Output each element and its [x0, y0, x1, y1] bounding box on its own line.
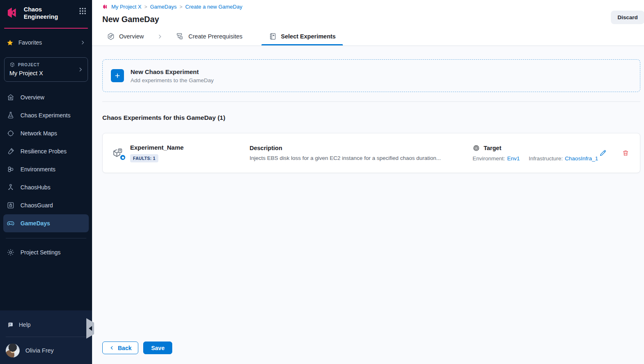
- user-name: Olivia Frey: [25, 347, 54, 354]
- environment-link[interactable]: Env1: [507, 155, 520, 162]
- favorites-label: Favorites: [18, 39, 42, 46]
- discard-button[interactable]: Discard: [611, 11, 644, 24]
- sidebar-header: Chaos Engineering: [0, 0, 92, 25]
- lock-icon: [7, 201, 15, 209]
- experiments-book-icon: [269, 32, 277, 40]
- avatar: [6, 344, 20, 357]
- favorites-row[interactable]: Favorites: [0, 38, 92, 47]
- breadcrumb-link-gamedays[interactable]: GameDays: [150, 4, 177, 10]
- faults-badge: FAULTS: 1: [130, 154, 158, 162]
- experiment-name: Experiment_Name: [130, 144, 200, 151]
- sidebar-item-environments[interactable]: Environments: [0, 160, 92, 178]
- tab-spacer: [244, 27, 267, 45]
- project-name: My Project X: [9, 70, 43, 76]
- brand-divider: [4, 28, 88, 29]
- sidebar-item-label: Chaos Experiments: [20, 112, 70, 119]
- back-button[interactable]: Back: [102, 342, 138, 354]
- infrastructure-link[interactable]: ChaosInfra_1: [565, 155, 598, 162]
- edit-experiment-button[interactable]: [598, 148, 608, 158]
- sidebar-item-label: Resilience Probes: [20, 148, 67, 155]
- experiment-type-badge: [120, 155, 126, 160]
- section-heading: Chaos Experiments for this GameDay (1): [102, 114, 640, 121]
- sidebar-item-network-maps[interactable]: Network Maps: [0, 124, 92, 142]
- new-experiment-subtitle: Add experiments to the GameDay: [131, 77, 214, 83]
- network-icon: [7, 129, 15, 137]
- breadcrumb-separator: >: [180, 4, 182, 10]
- breadcrumb-link-project[interactable]: My Project X: [111, 4, 142, 10]
- save-button[interactable]: Save: [143, 342, 172, 354]
- app-grid-icon[interactable]: [79, 7, 86, 15]
- sidebar-nav: Overview Chaos Experiments Network Maps …: [0, 88, 92, 232]
- breadcrumb-separator: >: [144, 4, 147, 10]
- page-header: My Project X > GameDays > Create a new G…: [92, 0, 644, 27]
- tab-create-prerequisites[interactable]: Create Prerequisites: [174, 27, 244, 45]
- chevron-right-icon: [77, 67, 83, 73]
- tab-label: Overview: [119, 33, 144, 40]
- help-icon: ?: [7, 321, 14, 328]
- breadcrumb: My Project X > GameDays > Create a new G…: [102, 4, 644, 10]
- cube-icon: [9, 62, 15, 67]
- help-label: Help: [19, 321, 31, 328]
- add-experiment-button[interactable]: [111, 69, 124, 82]
- tab-label: Select Experiments: [281, 33, 336, 40]
- sidebar-item-gamedays[interactable]: GameDays: [3, 214, 89, 232]
- svg-text:?: ?: [9, 323, 11, 326]
- project-eyebrow-label: PROJECT: [18, 63, 40, 67]
- environment-label: Environment:: [473, 155, 505, 162]
- description-label: Description: [250, 145, 442, 151]
- sidebar-footer-divider: [6, 337, 86, 337]
- star-icon: [7, 39, 14, 46]
- harness-mini-logo-icon: [102, 4, 108, 10]
- environments-icon: [7, 165, 15, 173]
- experiment-cube-icon: [112, 147, 124, 159]
- delete-experiment-button[interactable]: [621, 148, 630, 157]
- gear-icon: [7, 248, 15, 256]
- sidebar-item-overview[interactable]: Overview: [0, 88, 92, 106]
- description-text: Injects EBS disk loss for a given EC2 in…: [250, 155, 442, 161]
- sidebar-item-chaoshubs[interactable]: ChaosHubs: [0, 178, 92, 196]
- breadcrumb-link-create-gameday[interactable]: Create a new GameDay: [185, 4, 242, 10]
- new-experiment-title: New Chaos Experiment: [131, 68, 214, 75]
- experiment-row: Experiment_Name FAULTS: 1 Description In…: [102, 133, 640, 173]
- sidebar-item-resilience-probes[interactable]: Resilience Probes: [0, 142, 92, 160]
- user-menu[interactable]: Olivia Frey: [0, 340, 92, 364]
- sidebar-item-label: GameDays: [20, 220, 50, 227]
- sidebar-item-project-settings[interactable]: Project Settings: [0, 244, 92, 261]
- tab-content: New Chaos Experiment Add experiments to …: [92, 46, 644, 364]
- prerequisites-icon: [176, 32, 184, 40]
- wizard-footer: Back Save: [102, 342, 172, 354]
- chevron-right-icon: [80, 40, 86, 45]
- overview-gear-icon: [107, 32, 115, 40]
- sidebar-item-label: Environments: [20, 166, 56, 173]
- tab-select-experiments[interactable]: Select Experiments: [267, 27, 338, 45]
- page-title: New GameDay: [102, 15, 644, 24]
- brand-name: Chaos Engineering: [24, 6, 75, 20]
- sidebar-item-label: ChaosGuard: [20, 202, 53, 209]
- hub-icon: [7, 183, 15, 191]
- tab-chevron-icon: [157, 27, 163, 45]
- project-selector[interactable]: PROJECT My Project X: [4, 57, 88, 82]
- help-button[interactable]: ? Help: [0, 316, 92, 333]
- target-icon: [473, 144, 480, 152]
- sidebar: Chaos Engineering Favorites PROJECT My: [0, 0, 92, 364]
- sidebar-footer: ? Help Olivia Frey: [0, 310, 92, 364]
- collapse-arrow-icon: [89, 326, 92, 331]
- target-label: Target: [484, 145, 501, 151]
- wizard-tabbar: Overview Create Prerequisites Select Exp…: [92, 27, 644, 46]
- sidebar-item-label: Overview: [20, 94, 44, 101]
- back-button-label: Back: [118, 345, 131, 351]
- new-chaos-experiment-dropzone[interactable]: New Chaos Experiment Add experiments to …: [102, 59, 640, 92]
- project-settings-label: Project Settings: [20, 249, 61, 256]
- sidebar-item-chaos-experiments[interactable]: Chaos Experiments: [0, 106, 92, 124]
- main-panel: My Project X > GameDays > Create a new G…: [92, 0, 644, 364]
- sidebar-item-label: Network Maps: [20, 130, 57, 137]
- tab-label: Create Prerequisites: [188, 33, 242, 40]
- tab-overview[interactable]: Overview: [105, 27, 145, 45]
- probe-icon: [7, 147, 15, 155]
- sidebar-item-label: ChaosHubs: [20, 184, 50, 191]
- sidebar-item-chaosguard[interactable]: ChaosGuard: [0, 196, 92, 214]
- infrastructure-label: Infrastructure:: [529, 155, 563, 162]
- content-divider: [102, 101, 640, 102]
- harness-logo-icon: [6, 6, 20, 20]
- flask-icon: [7, 111, 15, 119]
